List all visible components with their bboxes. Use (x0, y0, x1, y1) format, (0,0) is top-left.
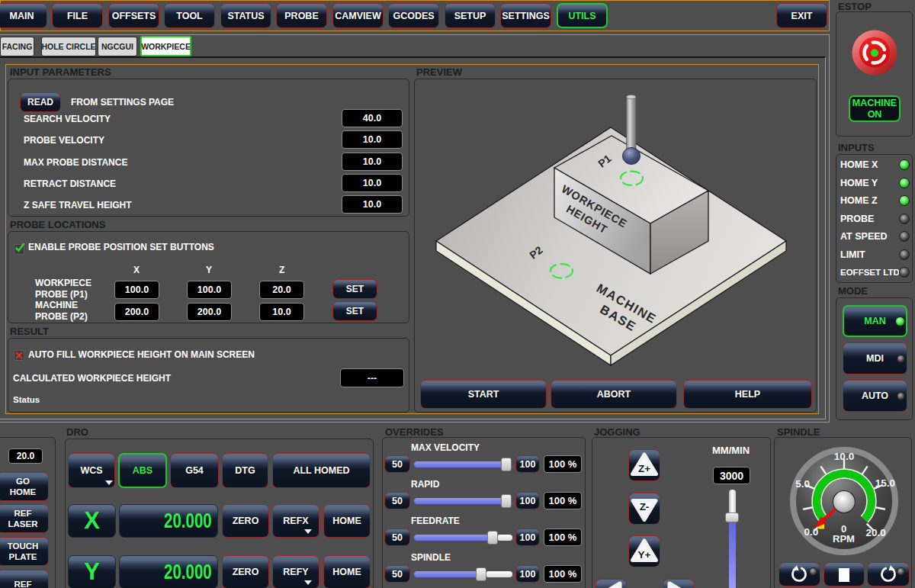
svg-text:RPM: RPM (833, 533, 855, 545)
svg-text:10.0: 10.0 (834, 451, 854, 462)
svg-text:5.0: 5.0 (795, 478, 810, 490)
svg-text:Z-: Z- (640, 501, 650, 512)
svg-text:Z+: Z+ (638, 463, 650, 474)
svg-text:Y+: Y+ (638, 549, 651, 561)
svg-text:20.0: 20.0 (866, 527, 886, 538)
svg-text:15.0: 15.0 (875, 477, 895, 489)
svg-text:0.0: 0.0 (804, 526, 819, 538)
